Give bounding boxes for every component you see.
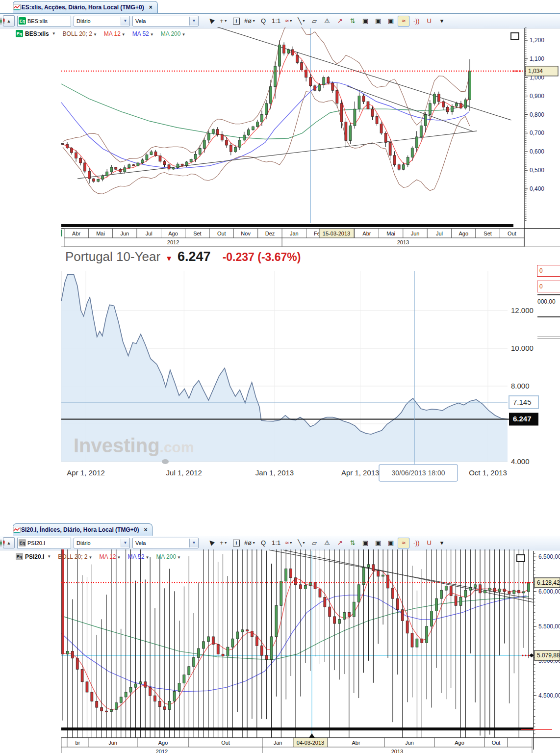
delete-drawing-icon[interactable]: ⚠	[321, 16, 333, 26]
tab-close-icon[interactable]: ×	[144, 526, 147, 533]
legend-symbol[interactable]: PSI20.I	[25, 553, 44, 560]
symbol-value: BES:xlis	[27, 18, 48, 24]
period-select[interactable]: Diário ▼	[74, 16, 130, 26]
period-select[interactable]: Diário ▼	[74, 538, 130, 548]
active-indicator-icon[interactable]: ≈	[398, 16, 409, 26]
date-axis: brJunAgoOutJan04-03-2013AbrJunAgoOut	[61, 733, 560, 747]
bes-tab-bar: BES:xlis, Acções, Diário, Hora Local (TM…	[0, 0, 560, 14]
scale-1-1-icon[interactable]: 1:1	[270, 538, 282, 548]
psi-chart-canvas[interactable]: 6.500,006.000,005.500,005.000,004.500,00…	[0, 549, 560, 753]
svg-text:10.000: 10.000	[511, 344, 534, 352]
more-icon[interactable]: ▾	[436, 538, 448, 548]
tab-bes[interactable]: BES:xlis, Acções, Diário, Hora Local (TM…	[13, 1, 158, 13]
svg-text:br: br	[76, 740, 80, 746]
svg-text:2013: 2013	[397, 239, 409, 245]
equity-badge-icon: Eq	[16, 30, 23, 37]
volume-bar	[61, 224, 513, 227]
yield-axis: 12.00010.0008.0004.0007.1456.247	[509, 306, 538, 466]
dropdown-arrow-icon: ▼	[189, 539, 198, 547]
info-icon[interactable]: i	[230, 538, 242, 548]
dropdown-arrow-icon: ▼	[189, 17, 198, 26]
tab-title: BES:xlis, Acções, Diário, Hora Local (TM…	[17, 4, 144, 11]
indicator-icon[interactable]: ≈▼	[283, 16, 295, 26]
svg-text:Apr 1, 2012: Apr 1, 2012	[67, 468, 105, 477]
bes-tool-icons: ▶+▼i#ø▼Q1:1≈▼╲▼▱⚠↗⇅▣▣▣≈·))U▾	[205, 16, 448, 26]
chart-type-select[interactable]: Vela ▼	[132, 16, 199, 26]
legend-boll[interactable]: BOLL 20; 2▼	[58, 553, 92, 560]
price-pane	[61, 27, 511, 223]
scale-1-1-icon[interactable]: 1:1	[270, 16, 282, 26]
measure-icon[interactable]: ↗	[334, 16, 346, 26]
zoom-icon[interactable]: Q	[257, 538, 269, 548]
trendline-icon[interactable]: ╲▼	[296, 16, 307, 26]
alert-icon[interactable]: ·))	[410, 538, 422, 548]
cursor-icon[interactable]: ▶	[205, 16, 217, 26]
legend-symbol[interactable]: BES:xlis	[25, 30, 49, 37]
copy-indicator-icon[interactable]: ▣	[359, 538, 371, 548]
svg-text:Jun: Jun	[108, 740, 117, 746]
sort-arrows-icon[interactable]: ⇅	[347, 16, 358, 26]
alert-icon[interactable]: ·))	[410, 16, 422, 26]
copy-chart-icon[interactable]: ▣	[372, 538, 384, 548]
magnet-icon[interactable]: U	[423, 16, 435, 26]
investing-chart-canvas[interactable]: Investing.com12.00010.0008.0004.0007.145…	[0, 248, 560, 491]
equity-badge-icon: Eq	[19, 539, 26, 546]
legend-ma200[interactable]: MA 200▼	[161, 30, 186, 37]
eraser-icon[interactable]: ▱	[308, 538, 320, 548]
last-price: 6.247	[178, 249, 211, 264]
down-arrow-icon: ▼	[165, 254, 173, 262]
chart-template-icon[interactable]: ▣	[385, 16, 397, 26]
period-value: Diário	[76, 18, 91, 24]
svg-text:1,200: 1,200	[530, 37, 544, 44]
legend-ma52[interactable]: MA 52▼	[132, 30, 154, 37]
more-icon[interactable]: ▾	[436, 16, 448, 26]
grid-icon[interactable]: #ø▼	[243, 538, 256, 548]
legend-boll[interactable]: BOLL 20; 2▼	[63, 30, 97, 37]
svg-text:Jul: Jul	[436, 231, 443, 236]
symbol-value: PSI20.I	[27, 540, 45, 546]
measure-icon[interactable]: ↗	[334, 538, 346, 548]
legend-ma12[interactable]: MA 12▼	[104, 30, 126, 37]
svg-text:Jun: Jun	[411, 231, 420, 236]
svg-text:Abr: Abr	[362, 231, 371, 236]
price-axis: 1,2001,1001,0000,9000,8000,7000,6000,500…	[513, 27, 558, 247]
svg-text:Jan 1, 2013: Jan 1, 2013	[255, 468, 294, 477]
copy-indicator-icon[interactable]: ▣	[359, 16, 371, 26]
restore-pane-button[interactable]	[510, 32, 519, 40]
psi-legend: Eq PSI20.I ▼ BOLL 20; 2▼ MA 12▼ MA 52▼ M…	[16, 553, 181, 560]
svg-text:Abr: Abr	[72, 231, 80, 236]
chart-type-value: Vela	[135, 540, 146, 546]
zoom-icon[interactable]: Q	[257, 16, 269, 26]
svg-text:Dez: Dez	[265, 231, 275, 236]
restore-pane-button[interactable]	[516, 554, 525, 562]
crosshair-icon[interactable]: +▼	[218, 538, 229, 548]
legend-ma12[interactable]: MA 12▼	[99, 553, 121, 560]
info-icon[interactable]: i	[230, 16, 242, 26]
chart-type-select[interactable]: Vela ▼	[132, 538, 199, 548]
price-change: -0.237 (-3.67%)	[223, 251, 301, 264]
symbol-input[interactable]: Eq BES:xlis	[17, 16, 71, 26]
svg-text:0,900: 0,900	[530, 93, 544, 100]
copy-chart-icon[interactable]: ▣	[372, 16, 384, 26]
tab-psi20[interactable]: PSI20.I, Índices, Diário, Hora Local (TM…	[13, 523, 153, 536]
tab-close-icon[interactable]: ×	[149, 4, 153, 11]
delete-drawing-icon[interactable]: ⚠	[321, 538, 333, 548]
bes-chart-canvas[interactable]: 1,2001,1001,0000,9000,8000,7000,6000,500…	[0, 27, 560, 248]
svg-text:5.079,88: 5.079,88	[537, 652, 560, 659]
cursor-icon[interactable]: ▶	[205, 538, 217, 548]
svg-text:Jul: Jul	[146, 231, 153, 236]
trendline-icon[interactable]: ╲▼	[296, 538, 307, 548]
legend-ma52[interactable]: MA 52▼	[127, 553, 149, 560]
instrument-title[interactable]: Portugal 10-Year	[65, 249, 160, 264]
grid-icon[interactable]: #ø▼	[243, 16, 256, 26]
indicator-icon[interactable]: ≈▼	[283, 538, 295, 548]
svg-text:Abr: Abr	[352, 740, 360, 746]
crosshair-icon[interactable]: +▼	[218, 16, 229, 26]
magnet-icon[interactable]: U	[423, 538, 435, 548]
symbol-input[interactable]: Eq PSI20.I	[17, 538, 71, 548]
legend-ma200[interactable]: MA 200▼	[156, 553, 181, 560]
sort-arrows-icon[interactable]: ⇅	[347, 538, 358, 548]
eraser-icon[interactable]: ▱	[308, 16, 320, 26]
chart-template-icon[interactable]: ▣	[385, 538, 397, 548]
active-indicator-icon[interactable]: ≈	[398, 538, 409, 548]
